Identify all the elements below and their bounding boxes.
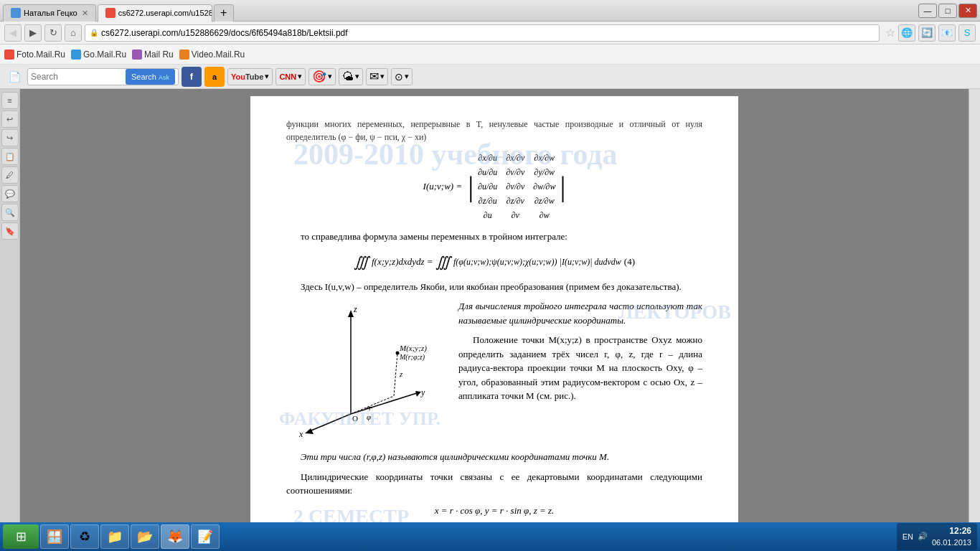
- nav-icon-mail[interactable]: 📧: [938, 24, 956, 42]
- amazon-icon[interactable]: a: [204, 67, 225, 87]
- svg-text:z: z: [353, 304, 357, 314]
- bookmark-video-label: Video.Mail.Ru: [192, 50, 245, 60]
- back-button[interactable]: ◀: [4, 24, 22, 42]
- jacobian-formula: I(u;v;w) = | ∂x/∂u ∂x/∂v ∂x/∂w ∂u/∂u ∂v: [286, 151, 702, 222]
- taskbar-item-recycle[interactable]: ♻: [70, 524, 99, 549]
- youtube-label: YouTube: [231, 72, 263, 81]
- svg-line-14: [394, 353, 397, 396]
- bookmark-foto-label: Foto.Mail.Ru: [17, 50, 65, 60]
- chevron6: ▾: [405, 72, 409, 81]
- chevron3: ▾: [328, 72, 332, 81]
- pdf-page: 2009-2010 учебного года ЛЕКТОРОВ ФАКУЛЬТ…: [250, 96, 738, 522]
- new-tab-btn[interactable]: +: [214, 4, 234, 22]
- minimize-button[interactable]: —: [918, 4, 937, 18]
- chevron4: ▾: [355, 72, 359, 81]
- tab-1[interactable]: Наталья Гецко ✕: [3, 4, 96, 22]
- search-button[interactable]: Search Ask: [126, 69, 175, 85]
- sidebar-btn-4[interactable]: 📋: [1, 148, 19, 165]
- taskbar-tray: EN 🔊 12:26 06.01.2013: [897, 523, 977, 550]
- svg-text:M(r;φ;z): M(r;φ;z): [399, 353, 425, 362]
- nav-icon-refresh[interactable]: 🔄: [918, 24, 936, 42]
- tray-time: 12:26: [932, 526, 971, 537]
- tab1-label: Наталья Гецко: [24, 9, 77, 17]
- tab2-label: cs6272.userapi.com/u15288...: [118, 9, 212, 17]
- bookmark-star-icon[interactable]: ☆: [885, 26, 895, 39]
- start-button[interactable]: ⊞: [3, 524, 39, 549]
- sidebar-btn-3[interactable]: ↪: [1, 129, 19, 146]
- cnn-dropdown[interactable]: CNN ▾: [275, 68, 306, 85]
- bookmark-video[interactable]: Video.Mail.Ru: [179, 50, 245, 60]
- svg-text:O: O: [352, 414, 358, 423]
- chevron5: ▾: [380, 72, 385, 81]
- bookmark-mail-label: Mail Ru: [144, 50, 174, 60]
- svg-text:z: z: [399, 369, 403, 378]
- nav-bar: ◀ ▶ ↻ ⌂ 🔒 ☆ 🌐 🔄 📧 S: [0, 22, 980, 44]
- home-button[interactable]: ⌂: [65, 24, 82, 42]
- svg-line-13: [351, 396, 394, 414]
- foto-icon: [4, 50, 14, 60]
- taskbar-item-win[interactable]: 🪟: [40, 524, 69, 549]
- maximize-button[interactable]: □: [938, 4, 957, 18]
- address-bar[interactable]: 🔒: [85, 24, 880, 42]
- mail-icon: [132, 50, 142, 60]
- taskbar: ⊞ 🪟 ♻ 📁 📂 🦊 📝 EN 🔊 12:26 06.01.2013: [0, 522, 980, 551]
- sidebar-btn-5[interactable]: 🖊: [1, 166, 19, 184]
- tray-date: 06.01.2013: [932, 537, 971, 547]
- search-box: Search Ask: [27, 68, 179, 85]
- facebook-icon[interactable]: f: [182, 67, 202, 87]
- integral-formula: ∭ f(x;y;z)dxdydz = ∭ f(φ(u;v;w);ψ(u;v;w)…: [286, 251, 702, 273]
- jacobian-label: I(u;v;w) =: [423, 179, 463, 194]
- toolbar-dropdown-6[interactable]: ⊙ ▾: [391, 68, 413, 85]
- sidebar-btn-6[interactable]: 💬: [1, 185, 19, 202]
- sidebar-btn-7[interactable]: 🔍: [1, 204, 19, 221]
- cyl-formula: x = r · cos φ, y = r · sin φ, z = z.: [286, 504, 702, 518]
- left-sidebar: ≡ ↩ ↪ 📋 🖊 💬 🔍 🔖: [0, 89, 20, 522]
- toolbar-dropdown-4[interactable]: 🌤 ▾: [339, 68, 363, 85]
- bookmark-go[interactable]: Go.Mail.Ru: [71, 50, 126, 60]
- start-icon: ⊞: [16, 529, 27, 545]
- close-button[interactable]: ✕: [958, 4, 977, 18]
- lock-icon: 🔒: [90, 29, 98, 37]
- toolbar2: 📄 Search Ask f a YouTube ▾ CNN ▾ 🎯 ▾ 🌤 ▾…: [0, 65, 980, 89]
- bookmark-foto[interactable]: Foto.Mail.Ru: [4, 50, 65, 60]
- sidebar-btn-1[interactable]: ≡: [1, 92, 19, 109]
- taskbar-item-folder2[interactable]: 📂: [131, 524, 159, 549]
- pdf-area[interactable]: 2009-2010 учебного года ЛЕКТОРОВ ФАКУЛЬТ…: [20, 89, 969, 522]
- toolbar-dropdown-3[interactable]: 🎯 ▾: [308, 68, 336, 85]
- svg-text:M(x;y;z): M(x;y;z): [399, 344, 427, 353]
- window-controls: — □ ✕: [918, 4, 977, 18]
- sidebar-btn-2[interactable]: ↩: [1, 110, 19, 128]
- bookmark-mail[interactable]: Mail Ru: [132, 50, 174, 60]
- nav-icon-skype[interactable]: S: [958, 24, 976, 42]
- svg-marker-4: [415, 391, 421, 397]
- svg-line-3: [351, 392, 419, 414]
- taskbar-item-word[interactable]: 📝: [191, 524, 220, 549]
- forward-button[interactable]: ▶: [24, 24, 42, 42]
- pdf-icon-btn[interactable]: 📄: [4, 67, 24, 87]
- title-bar: Наталья Гецко ✕ cs6272.userapi.com/u1528…: [0, 0, 980, 22]
- cnn-chevron: ▾: [298, 72, 302, 81]
- video-icon: [179, 50, 189, 60]
- sidebar-btn-8[interactable]: 🔖: [1, 222, 19, 240]
- nav-icon-globe[interactable]: 🌐: [898, 24, 915, 42]
- main-area: ≡ ↩ ↪ 📋 🖊 💬 🔍 🔖 2009-2010 учебного года …: [0, 89, 980, 522]
- taskbar-item-firefox[interactable]: 🦊: [161, 524, 189, 549]
- cylindrical-section: z y x O: [286, 299, 702, 450]
- tab-2[interactable]: cs6272.userapi.com/u15288... ✕: [98, 4, 212, 22]
- tab1-close[interactable]: ✕: [82, 9, 88, 18]
- taskbar-item-folder1[interactable]: 📁: [100, 524, 129, 549]
- right-panel: [969, 89, 980, 522]
- address-input[interactable]: [101, 28, 875, 38]
- bookmark-go-label: Go.Mail.Ru: [83, 50, 126, 60]
- svg-marker-1: [348, 310, 354, 317]
- formula-text: то справедлива формула замены переменных…: [286, 230, 702, 244]
- coordinate-svg: z y x O: [286, 299, 444, 443]
- reload-button[interactable]: ↻: [44, 24, 62, 42]
- search-input[interactable]: [31, 72, 124, 82]
- three-numbers-text: Эти три числа (r,φ,z) называются цилиндр…: [286, 450, 702, 464]
- youtube-dropdown[interactable]: YouTube ▾: [227, 68, 273, 85]
- svg-text:φ: φ: [367, 413, 371, 421]
- toolbar-dropdown-5[interactable]: ✉ ▾: [366, 68, 388, 85]
- tray-volume-icon[interactable]: 🔊: [918, 532, 928, 541]
- tray-clock[interactable]: 12:26 06.01.2013: [932, 526, 971, 547]
